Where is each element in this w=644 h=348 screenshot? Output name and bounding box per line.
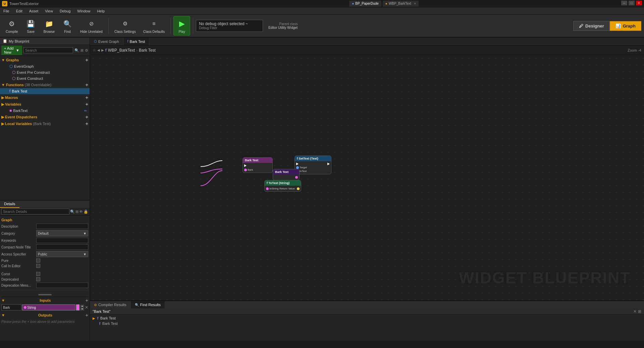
- variables-section: ▶ Variables + ■ BarkText ✏: [0, 101, 90, 114]
- set-exec-out-dot[interactable]: [327, 163, 330, 165]
- menu-view[interactable]: View: [44, 8, 54, 14]
- deprecated-checkbox[interactable]: [36, 277, 40, 281]
- result-item-bark-test[interactable]: ▶ f Bark Test: [91, 315, 643, 321]
- target-pin-dot[interactable]: [296, 166, 299, 169]
- add-input-button[interactable]: +: [86, 298, 88, 303]
- title-text: TowerTestExterior: [9, 2, 349, 6]
- node-to-text[interactable]: f ToText (String) InString Return Value: [264, 180, 301, 192]
- debug-filter-dropdown[interactable]: No debug object selected ~ Debug Filter: [196, 20, 263, 32]
- blueprint-canvas[interactable]: Bark Test Bark: [90, 55, 644, 300]
- hide-unrelated-button[interactable]: ⊘ Hide Unrelated: [77, 16, 106, 36]
- breadcrumb-back[interactable]: ◀: [97, 48, 100, 52]
- category-dropdown[interactable]: Default ▼: [36, 230, 88, 236]
- filter-icon[interactable]: ⚙: [85, 48, 88, 53]
- tree-item-event-pre-construct[interactable]: ⬡ Event Pre Construct: [0, 69, 90, 75]
- description-input[interactable]: [36, 224, 88, 229]
- view-options-icon[interactable]: ⊞: [80, 48, 84, 53]
- tab-find-results[interactable]: 🔍 Find Results: [131, 301, 165, 308]
- class-settings-button[interactable]: ⚙ Class Settings: [111, 16, 139, 36]
- instring-pin-dot[interactable]: [266, 187, 269, 190]
- title-bar: U TowerTestExterior ● BP_PaperDude ● WBP…: [0, 0, 644, 7]
- remove-input-button[interactable]: ✕: [85, 305, 88, 310]
- add-local-var-icon[interactable]: +: [86, 121, 88, 126]
- macros-header[interactable]: ▶ Macros +: [0, 94, 90, 101]
- play-button[interactable]: ▶ Play: [173, 16, 190, 36]
- tree-item-bark-test[interactable]: f Bark Test: [0, 88, 90, 94]
- deprecation-mess-input[interactable]: [36, 283, 88, 288]
- tree-item-eventgraph[interactable]: ⬡ EventGraph: [0, 63, 90, 69]
- add-macro-icon[interactable]: +: [86, 95, 88, 100]
- event-dispatchers-header[interactable]: ▶ Event Dispatchers +: [0, 114, 90, 120]
- move-input-up-button[interactable]: ▲: [80, 305, 84, 307]
- add-variable-icon[interactable]: +: [86, 102, 88, 107]
- const-checkbox[interactable]: [36, 272, 40, 276]
- pin-totext-instring: InString Return Value: [266, 187, 300, 190]
- add-dispatcher-icon[interactable]: +: [86, 114, 88, 120]
- input-bark-type-dropdown[interactable]: String: [22, 304, 75, 310]
- node-bark-text-var[interactable]: Bark Text: [273, 169, 300, 180]
- add-output-button[interactable]: +: [86, 312, 88, 318]
- node-bark-test[interactable]: Bark Test Bark: [243, 157, 273, 173]
- pure-checkbox[interactable]: [36, 258, 40, 263]
- find-expand-button[interactable]: ⊞: [638, 309, 641, 314]
- input-bark-name[interactable]: [1, 304, 21, 310]
- tab-details[interactable]: Details: [0, 200, 19, 208]
- class-defaults-button[interactable]: ≡ Class Defaults: [140, 16, 168, 36]
- move-input-down-button[interactable]: ▼: [80, 308, 84, 310]
- graph-tab-event-graph[interactable]: ⬡ Event Graph: [90, 38, 123, 45]
- add-graph-icon[interactable]: +: [86, 57, 88, 63]
- eye-icon[interactable]: 👁: [79, 210, 83, 214]
- local-variables-header[interactable]: ▶ Local Variables (Bark Test) +: [0, 120, 90, 127]
- exec-in-pin[interactable]: [244, 164, 247, 167]
- tree-item-barktext[interactable]: ■ BarkText ✏: [0, 108, 90, 114]
- find-button[interactable]: 🔍 Find: [59, 16, 76, 36]
- browse-button[interactable]: 📁 Browse: [41, 16, 58, 36]
- call-in-editor-checkbox[interactable]: [36, 264, 40, 268]
- close-button[interactable]: ✕: [636, 1, 642, 5]
- compact-node-input[interactable]: [36, 244, 88, 250]
- tab-bp-paperdude[interactable]: ● BP_PaperDude: [349, 1, 381, 7]
- set-exec-in-dot[interactable]: [296, 163, 299, 165]
- barktext-out-dot[interactable]: [295, 176, 298, 179]
- breadcrumb-forward[interactable]: ▶: [101, 48, 104, 52]
- menu-asset[interactable]: Asset: [28, 8, 40, 14]
- var-edit-icon[interactable]: ✏: [84, 109, 87, 113]
- keywords-input[interactable]: [36, 238, 88, 243]
- menu-window[interactable]: Window: [76, 8, 92, 14]
- blueprint-search-input[interactable]: [23, 47, 73, 53]
- tab-compiler-results[interactable]: ⚙ Compiler Results: [90, 301, 131, 308]
- input-bark-row: String ▲ ▼ ✕: [1, 304, 88, 310]
- functions-header[interactable]: ▼ Functions (38 Overridable) +: [0, 81, 90, 88]
- node-set-text[interactable]: f SetText (Text) Target I: [294, 156, 331, 174]
- graph-tab-bark-test[interactable]: f Bark Test: [123, 38, 149, 45]
- details-search-input[interactable]: [1, 209, 69, 215]
- outputs-collapse-icon[interactable]: ▼: [1, 313, 5, 317]
- graph-button[interactable]: 📊 Graph: [610, 21, 641, 31]
- compile-button[interactable]: ⚙ Compile: [3, 16, 21, 36]
- bark-pin-dot[interactable]: [244, 169, 247, 171]
- breadcrumb-star[interactable]: ☆: [93, 48, 96, 52]
- save-button[interactable]: 💾 Save: [22, 16, 39, 36]
- tree-item-event-construct[interactable]: ⬡ Event Construct: [0, 75, 90, 81]
- graphs-header[interactable]: ▼ Graphs +: [0, 57, 90, 63]
- designer-button[interactable]: 🖊 Designer: [573, 21, 610, 31]
- result-item-bark-test-sub[interactable]: f Bark Test: [91, 321, 643, 326]
- menu-debug[interactable]: Debug: [58, 8, 72, 14]
- find-close-button[interactable]: ✕: [633, 309, 637, 314]
- return-pin-dot[interactable]: [297, 187, 300, 190]
- add-function-icon[interactable]: +: [86, 82, 88, 88]
- maximize-button[interactable]: □: [629, 1, 635, 5]
- variables-header[interactable]: ▶ Variables +: [0, 101, 90, 108]
- detail-row-category: Category Default ▼: [1, 230, 88, 237]
- tab-wbp-barktext[interactable]: ● WBP_BarkText ×: [383, 1, 419, 7]
- inputs-collapse-icon[interactable]: ▼: [1, 298, 5, 302]
- menu-help[interactable]: Help: [96, 8, 106, 14]
- add-new-button[interactable]: + Add New ▼: [1, 46, 22, 55]
- menu-file[interactable]: File: [2, 8, 11, 14]
- minimize-button[interactable]: ─: [621, 1, 627, 5]
- access-specifier-dropdown[interactable]: Public ▼: [36, 251, 88, 257]
- tab-close-wbp[interactable]: ×: [414, 2, 416, 5]
- grid-view-icon[interactable]: ⊞: [75, 210, 78, 214]
- menu-edit[interactable]: Edit: [15, 8, 24, 14]
- lock-icon[interactable]: 🔒: [84, 210, 88, 214]
